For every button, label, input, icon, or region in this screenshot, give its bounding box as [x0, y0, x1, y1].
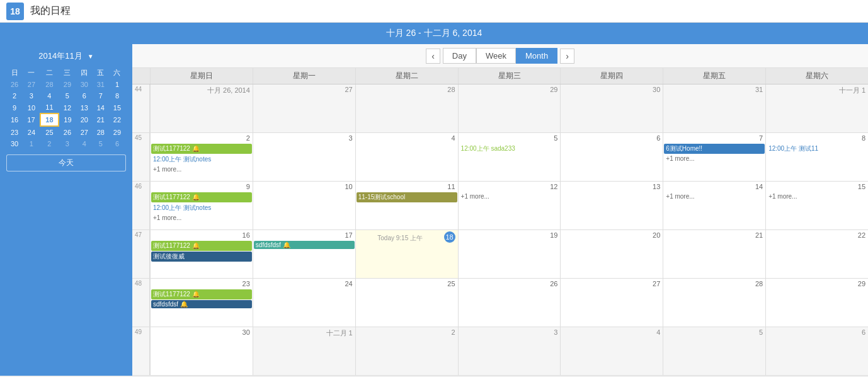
- mini-cal-day[interactable]: 10: [23, 102, 40, 113]
- mini-cal-day[interactable]: 27: [76, 126, 93, 138]
- mini-cal-dropdown-icon[interactable]: ▼: [88, 53, 94, 60]
- cal-day[interactable]: 2: [355, 327, 458, 375]
- mini-cal-day[interactable]: 17: [23, 113, 40, 126]
- cal-day[interactable]: 21: [663, 230, 765, 278]
- mini-cal-day[interactable]: 24: [23, 126, 40, 138]
- cal-day[interactable]: 24: [253, 279, 355, 327]
- cal-day[interactable]: 29: [765, 279, 868, 327]
- mini-cal-day[interactable]: 9: [6, 102, 23, 113]
- next-button[interactable]: ›: [560, 49, 574, 64]
- mini-cal-day[interactable]: 1: [23, 138, 40, 149]
- event[interactable]: sdfdsfdsf 🔔: [151, 300, 252, 308]
- mini-cal-day[interactable]: 30: [6, 138, 23, 149]
- cal-day[interactable]: 13: [560, 182, 663, 229]
- cal-day[interactable]: 76测试Home!!+1 more...: [663, 133, 765, 181]
- cal-day[interactable]: 4: [355, 133, 458, 181]
- mini-cal-day[interactable]: 29: [59, 79, 76, 90]
- cal-day[interactable]: 30: [150, 327, 253, 375]
- mini-cal-day[interactable]: 14: [93, 102, 109, 113]
- event[interactable]: Today 9:15 上午: [357, 233, 444, 243]
- event[interactable]: 12:00上午 测试notes: [151, 154, 252, 165]
- mini-cal-day[interactable]: 1: [109, 79, 125, 90]
- prev-button[interactable]: ‹: [426, 49, 440, 64]
- cal-day[interactable]: 3: [458, 327, 561, 375]
- event[interactable]: 测试後復威: [151, 252, 252, 262]
- cal-day[interactable]: 12+1 more...: [458, 182, 561, 229]
- mini-cal-day[interactable]: 11: [40, 102, 59, 113]
- cal-day[interactable]: 20: [560, 230, 663, 278]
- cal-day[interactable]: 9测试1177122 🔔12:00上午 测试notes+1 more...: [150, 182, 253, 229]
- mini-cal-day[interactable]: 6: [109, 138, 125, 149]
- mini-cal-day[interactable]: 7: [93, 90, 109, 102]
- cal-day[interactable]: 6: [560, 133, 663, 181]
- event[interactable]: 12:00上午 测试notes: [151, 203, 252, 213]
- event[interactable]: 测试1177122 🔔: [151, 192, 252, 202]
- cal-day[interactable]: 2测试1177122 🔔12:00上午 测试notes+1 more...: [150, 133, 253, 181]
- month-view-button[interactable]: Month: [516, 48, 557, 64]
- cal-day[interactable]: 27: [560, 279, 663, 327]
- cal-day[interactable]: 4: [560, 327, 663, 375]
- cal-day[interactable]: 6: [765, 327, 868, 375]
- day-view-button[interactable]: Day: [443, 48, 476, 64]
- mini-cal-day[interactable]: 15: [109, 102, 125, 113]
- mini-cal-day[interactable]: 27: [23, 79, 40, 90]
- mini-cal-day[interactable]: 2: [40, 138, 59, 149]
- mini-cal-day[interactable]: 29: [109, 126, 125, 138]
- cal-day[interactable]: 17sdfdsfdsf 🔔: [253, 230, 355, 278]
- mini-cal-day[interactable]: 6: [76, 90, 93, 102]
- cal-day[interactable]: 16测试1177122 🔔测试後復威: [150, 230, 253, 278]
- cal-day[interactable]: 29: [458, 84, 561, 132]
- cal-day[interactable]: 28: [355, 84, 458, 132]
- mini-cal-day[interactable]: 13: [76, 102, 93, 113]
- mini-cal-day[interactable]: 16: [6, 113, 23, 126]
- cal-day[interactable]: 27: [253, 84, 355, 132]
- event[interactable]: 测试1177122 🔔: [151, 144, 252, 154]
- mini-cal-day[interactable]: 3: [23, 90, 40, 102]
- mini-cal-day[interactable]: 2: [6, 90, 23, 102]
- cal-day[interactable]: 18Today 9:15 上午: [355, 230, 458, 278]
- mini-cal-day[interactable]: 4: [40, 90, 59, 102]
- cal-day[interactable]: 10: [253, 182, 355, 229]
- cal-day[interactable]: 26: [458, 279, 561, 327]
- cal-day[interactable]: 14+1 more...: [663, 182, 765, 229]
- cal-day[interactable]: 3: [253, 133, 355, 181]
- event[interactable]: 测试1177122 🔔: [151, 289, 252, 299]
- cal-day[interactable]: 十一月 1: [765, 84, 868, 132]
- more-events-link[interactable]: +1 more...: [151, 214, 252, 222]
- mini-cal-day[interactable]: 26: [59, 126, 76, 138]
- event[interactable]: 6测试Home!!: [664, 144, 765, 154]
- cal-day[interactable]: 31: [663, 84, 765, 132]
- mini-cal-day[interactable]: 5: [93, 138, 109, 149]
- cal-day[interactable]: 19: [458, 230, 561, 278]
- event[interactable]: sdfdsfdsf 🔔: [254, 241, 355, 249]
- cal-day[interactable]: 25: [355, 279, 458, 327]
- mini-cal-day[interactable]: 12: [59, 102, 76, 113]
- mini-cal-day[interactable]: 18: [40, 113, 59, 126]
- cal-day[interactable]: 22: [765, 230, 868, 278]
- event[interactable]: 12:00上午 测试11: [767, 144, 867, 154]
- more-events-link[interactable]: +1 more...: [459, 192, 560, 200]
- mini-cal-day[interactable]: 19: [59, 113, 76, 126]
- mini-cal-day[interactable]: 25: [40, 126, 59, 138]
- week-view-button[interactable]: Week: [476, 48, 516, 64]
- cal-day[interactable]: 1111-15测试school: [355, 182, 458, 229]
- more-events-link[interactable]: +1 more...: [664, 192, 765, 200]
- more-events-link[interactable]: +1 more...: [151, 165, 252, 173]
- cal-day[interactable]: 28: [663, 279, 765, 327]
- cal-day[interactable]: 5: [663, 327, 765, 375]
- more-events-link[interactable]: +1 more...: [664, 154, 765, 163]
- cal-day[interactable]: 十月 26, 2014: [150, 84, 253, 132]
- event[interactable]: 12:00上午 sada233: [459, 144, 560, 154]
- mini-cal-day[interactable]: 4: [76, 138, 93, 149]
- cal-day[interactable]: 512:00上午 sada233: [458, 133, 561, 181]
- cal-day[interactable]: 812:00上午 测试11: [765, 133, 868, 181]
- mini-cal-day[interactable]: 22: [109, 113, 125, 126]
- more-events-link[interactable]: +1 more...: [767, 192, 867, 200]
- cal-day[interactable]: 十二月 1: [253, 327, 355, 375]
- cal-day[interactable]: 30: [560, 84, 663, 132]
- mini-cal-day[interactable]: 23: [6, 126, 23, 138]
- cal-day[interactable]: 15+1 more...: [765, 182, 868, 229]
- mini-cal-day[interactable]: 26: [6, 79, 23, 90]
- mini-cal-day[interactable]: 28: [93, 126, 109, 138]
- mini-cal-day[interactable]: 8: [109, 90, 125, 102]
